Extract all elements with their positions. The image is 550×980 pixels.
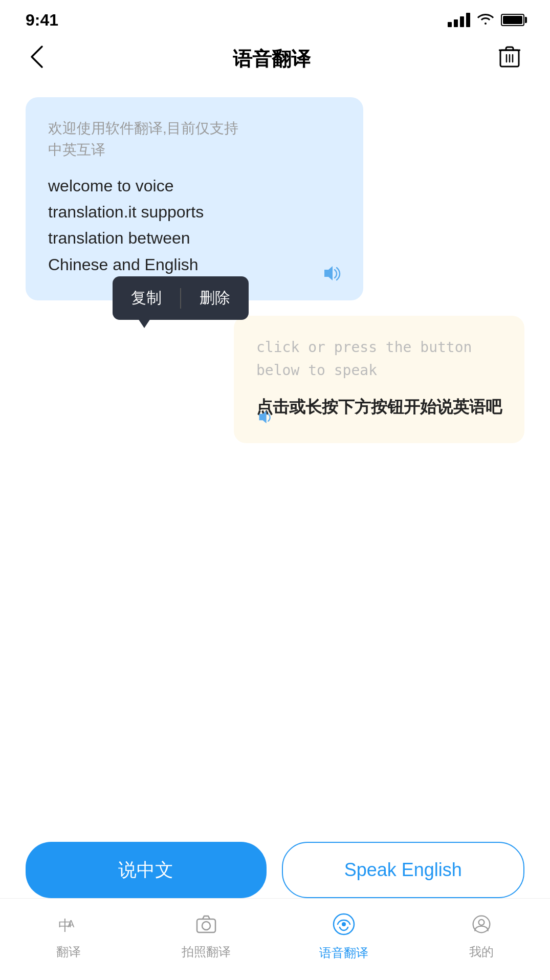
bottom-buttons: 说中文 Speak English [0,842,550,898]
back-button[interactable] [26,40,48,78]
wifi-icon [476,11,495,29]
svg-text:A: A [68,918,75,929]
speak-english-button[interactable]: Speak English [282,842,525,898]
trash-button[interactable] [495,41,524,77]
svg-point-10 [478,919,484,925]
original-text-right: click or press the buttonbelow to speak [256,336,502,382]
camera-icon [195,914,217,940]
speaker-icon-right[interactable] [256,409,274,425]
svg-point-9 [473,916,490,932]
bubble-left: 欢迎使用软件翻译,目前仅支持中英互译 welcome to voicetrans… [26,97,363,300]
nav-item-translate[interactable]: 中 A 翻译 [0,914,138,960]
voice-icon [333,913,355,941]
status-time: 9:41 [26,11,58,30]
chat-area: 欢迎使用软件翻译,目前仅支持中英互译 welcome to voicetrans… [0,82,550,459]
context-menu-copy[interactable]: 复制 [113,276,180,320]
svg-point-6 [202,922,210,930]
svg-marker-1 [324,266,333,280]
speaker-icon-left[interactable] [321,265,341,282]
profile-icon [470,914,493,940]
signal-icon [448,13,470,27]
nav-label-translate: 翻译 [56,944,81,960]
status-icons [448,11,524,29]
nav-item-photo[interactable]: 拍照翻译 [138,914,275,960]
nav-label-photo: 拍照翻译 [182,944,231,960]
battery-icon [501,14,524,26]
bottom-nav: 中 A 翻译 拍照翻译 语音翻译 [0,898,550,980]
nav-item-profile[interactable]: 我的 [412,914,550,960]
translated-text-left: welcome to voicetranslation.it supportst… [48,173,341,278]
translate-icon: 中 A [57,914,80,940]
speak-chinese-button[interactable]: 说中文 [26,842,267,898]
context-menu-delete[interactable]: 删除 [181,276,249,320]
nav-label-voice: 语音翻译 [319,945,368,961]
page-title: 语音翻译 [233,46,311,72]
translated-text-right: 点击或长按下方按钮开始说英语吧 [256,394,502,420]
svg-point-8 [342,922,346,926]
original-text-left: 欢迎使用软件翻译,目前仅支持中英互译 [48,118,341,161]
header: 语音翻译 [0,36,550,82]
bubble-right: click or press the buttonbelow to speak … [234,316,524,443]
svg-marker-2 [259,410,267,423]
bubble-right-wrapper: click or press the buttonbelow to speak … [26,316,524,443]
nav-label-profile: 我的 [469,944,494,960]
nav-item-voice[interactable]: 语音翻译 [275,913,413,961]
context-menu: 复制 删除 [113,276,249,320]
status-bar: 9:41 [0,0,550,36]
